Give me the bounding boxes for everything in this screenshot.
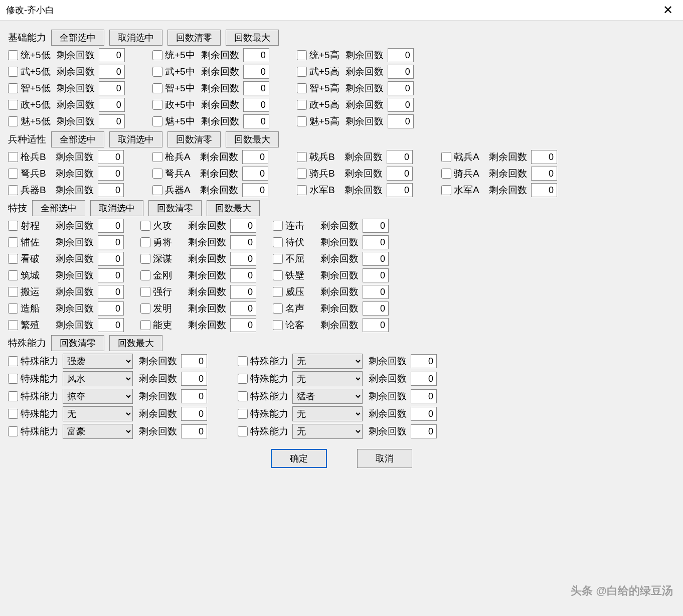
- count-input[interactable]: [411, 407, 437, 421]
- ability-checkbox[interactable]: [297, 67, 307, 77]
- ability-checkbox[interactable]: [8, 67, 18, 77]
- reset-count-button[interactable]: 回数清零: [167, 131, 221, 147]
- ability-checkbox[interactable]: [297, 169, 307, 179]
- ability-checkbox[interactable]: [8, 116, 18, 126]
- special-checkbox[interactable]: [8, 426, 18, 436]
- count-input[interactable]: [242, 150, 268, 164]
- count-input[interactable]: [230, 235, 256, 249]
- count-input[interactable]: [411, 424, 437, 438]
- ability-checkbox[interactable]: [441, 152, 451, 162]
- count-input[interactable]: [181, 372, 207, 386]
- special-checkbox[interactable]: [238, 391, 248, 401]
- ability-checkbox[interactable]: [152, 100, 162, 110]
- ability-checkbox[interactable]: [8, 303, 18, 314]
- count-input[interactable]: [388, 98, 414, 112]
- special-checkbox[interactable]: [238, 426, 248, 436]
- max-count-button[interactable]: 回数最大: [109, 335, 162, 351]
- count-input[interactable]: [388, 65, 414, 79]
- cancel-button[interactable]: 取消: [357, 449, 412, 468]
- count-input[interactable]: [98, 183, 124, 197]
- reset-count-button[interactable]: 回数清零: [51, 335, 104, 351]
- ability-checkbox[interactable]: [152, 67, 162, 77]
- ability-checkbox[interactable]: [152, 152, 162, 162]
- count-input[interactable]: [387, 150, 413, 164]
- special-checkbox[interactable]: [8, 374, 18, 384]
- count-input[interactable]: [99, 48, 125, 62]
- count-input[interactable]: [363, 252, 389, 266]
- count-input[interactable]: [363, 285, 389, 299]
- special-select[interactable]: 猛者: [292, 389, 363, 404]
- count-input[interactable]: [388, 114, 414, 128]
- ability-checkbox[interactable]: [152, 83, 162, 93]
- count-input[interactable]: [230, 252, 256, 266]
- ok-button[interactable]: 确定: [271, 449, 327, 468]
- select-all-button[interactable]: 全部选中: [32, 200, 85, 216]
- ability-checkbox[interactable]: [140, 270, 150, 280]
- count-input[interactable]: [243, 65, 269, 79]
- count-input[interactable]: [388, 81, 414, 95]
- count-input[interactable]: [363, 301, 389, 316]
- deselect-all-button[interactable]: 取消选中: [109, 30, 162, 46]
- count-input[interactable]: [99, 81, 125, 95]
- ability-checkbox[interactable]: [273, 221, 283, 231]
- count-input[interactable]: [388, 48, 414, 62]
- ability-checkbox[interactable]: [8, 320, 18, 330]
- count-input[interactable]: [531, 150, 557, 164]
- select-all-button[interactable]: 全部选中: [51, 131, 104, 147]
- ability-checkbox[interactable]: [8, 50, 18, 60]
- ability-checkbox[interactable]: [8, 237, 18, 247]
- ability-checkbox[interactable]: [8, 221, 18, 231]
- deselect-all-button[interactable]: 取消选中: [109, 131, 162, 147]
- special-select[interactable]: 掠夺: [63, 389, 133, 404]
- count-input[interactable]: [230, 318, 256, 332]
- ability-checkbox[interactable]: [441, 185, 451, 195]
- ability-checkbox[interactable]: [297, 50, 307, 60]
- special-checkbox[interactable]: [8, 409, 18, 419]
- ability-checkbox[interactable]: [152, 185, 162, 195]
- ability-checkbox[interactable]: [8, 254, 18, 264]
- count-input[interactable]: [98, 301, 124, 316]
- count-input[interactable]: [99, 98, 125, 112]
- special-checkbox[interactable]: [238, 356, 248, 366]
- ability-checkbox[interactable]: [8, 287, 18, 297]
- special-select[interactable]: 无: [292, 354, 363, 369]
- ability-checkbox[interactable]: [8, 83, 18, 93]
- ability-checkbox[interactable]: [273, 287, 283, 297]
- count-input[interactable]: [181, 389, 207, 403]
- count-input[interactable]: [387, 167, 413, 181]
- count-input[interactable]: [243, 98, 269, 112]
- ability-checkbox[interactable]: [8, 270, 18, 280]
- ability-checkbox[interactable]: [152, 50, 162, 60]
- special-select[interactable]: 无: [292, 424, 363, 439]
- count-input[interactable]: [230, 285, 256, 299]
- special-select[interactable]: 无: [292, 406, 363, 421]
- count-input[interactable]: [387, 183, 413, 197]
- ability-checkbox[interactable]: [152, 169, 162, 179]
- ability-checkbox[interactable]: [140, 303, 150, 314]
- count-input[interactable]: [243, 81, 269, 95]
- count-input[interactable]: [363, 235, 389, 249]
- count-input[interactable]: [181, 354, 207, 368]
- ability-checkbox[interactable]: [297, 185, 307, 195]
- count-input[interactable]: [411, 372, 437, 386]
- special-select[interactable]: 无: [63, 406, 133, 421]
- ability-checkbox[interactable]: [8, 185, 18, 195]
- ability-checkbox[interactable]: [8, 100, 18, 110]
- ability-checkbox[interactable]: [140, 320, 150, 330]
- ability-checkbox[interactable]: [297, 152, 307, 162]
- special-select[interactable]: 富豪: [63, 424, 133, 439]
- special-checkbox[interactable]: [8, 391, 18, 401]
- count-input[interactable]: [242, 167, 268, 181]
- count-input[interactable]: [242, 183, 268, 197]
- count-input[interactable]: [243, 114, 269, 128]
- ability-checkbox[interactable]: [140, 221, 150, 231]
- count-input[interactable]: [98, 268, 124, 282]
- ability-checkbox[interactable]: [273, 303, 283, 314]
- ability-checkbox[interactable]: [297, 116, 307, 126]
- count-input[interactable]: [230, 219, 256, 233]
- count-input[interactable]: [98, 285, 124, 299]
- ability-checkbox[interactable]: [297, 83, 307, 93]
- count-input[interactable]: [243, 48, 269, 62]
- max-count-button[interactable]: 回数最大: [226, 131, 279, 147]
- special-checkbox[interactable]: [8, 356, 18, 366]
